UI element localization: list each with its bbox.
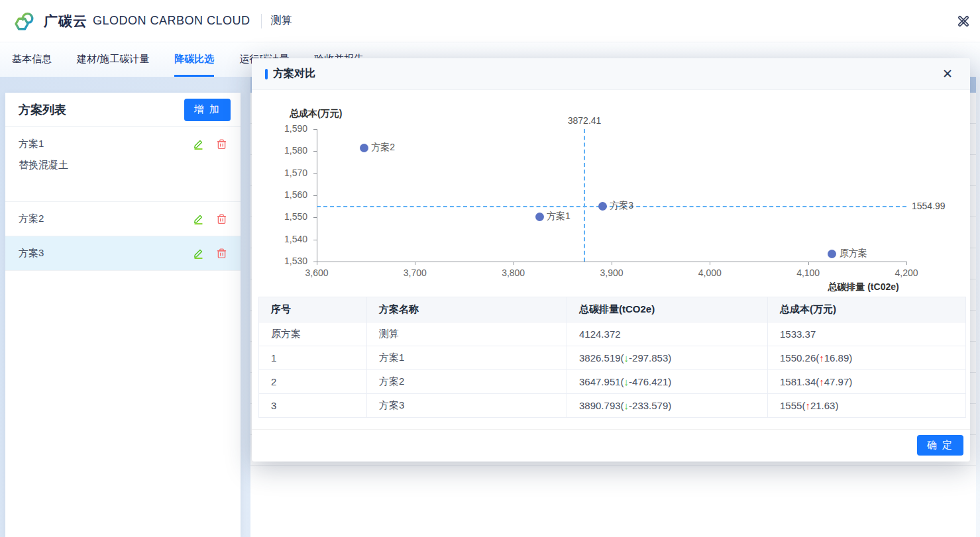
scatter-point-方案1[interactable] [535,213,544,221]
scheme-name: 方案1 [19,138,44,150]
add-scheme-button[interactable]: 增 加 [184,99,231,121]
tab-2[interactable]: 建材/施工碳计量 [77,42,149,77]
cell-name: 方案3 [367,394,567,418]
up-arrow-icon: ↑ [805,400,810,411]
scheme-list-item-1[interactable]: 方案1替换混凝土 [5,127,241,202]
confirm-button[interactable]: 确 定 [917,435,963,456]
page: 广碳云 GLODON CARBON CLOUD 测算 基本信息建材/施工碳计量降… [0,0,980,537]
title-accent-bar [265,69,268,79]
scatter-point-方案2[interactable] [360,144,368,152]
edit-pencil-icon[interactable] [193,138,204,150]
table-row: 2方案23647.951(↓-476.421)1581.34(↑47.97) [259,370,966,394]
scheme-row: 方案2 [19,213,227,225]
x-tick-label: 3,800 [494,268,533,278]
scheme-list-header: 方案列表 增 加 [5,93,241,127]
cell-carbon: 3826.519(↓-297.853) [567,346,768,370]
module-name: 测算 [271,14,292,28]
cell-seq: 2 [259,370,367,394]
y-axis-tick [313,217,317,218]
x-axis-tick [906,262,907,265]
cell-name: 方案1 [367,346,567,370]
edit-pencil-icon[interactable] [193,248,204,259]
down-arrow-icon: ↓ [624,400,629,411]
table-row: 1方案13826.519(↓-297.853)1550.26(↑16.89) [259,346,966,370]
table-row: 原方案测算4124.3721533.37 [259,322,966,346]
y-tick-label: 1,540 [273,234,307,244]
table-header-cell: 序号 [259,297,367,322]
y-axis-tick [313,195,317,196]
x-axis-tick [612,262,612,265]
scheme-items: 方案1替换混凝土方案2方案3 [5,127,241,271]
cell-cost: 1555(↑21.63) [768,394,966,418]
scheme-name: 方案3 [19,247,44,260]
scatter-point-方案3[interactable] [598,202,607,211]
down-arrow-icon: ↓ [624,376,629,387]
scheme-name: 方案2 [19,213,44,225]
table-header-row: 序号方案名称总碳排量(tCO2e)总成本(万元) [259,297,966,322]
scheme-item-actions [193,138,227,150]
brand-name-cn: 广碳云 [44,12,87,30]
scheme-list-title: 方案列表 [19,102,66,118]
cell-carbon: 3647.951(↓-476.421) [567,370,768,394]
edit-pencil-icon[interactable] [193,213,204,224]
tab-1[interactable]: 基本信息 [12,42,52,77]
pencil-ruler-icon[interactable] [956,14,971,28]
x-tick-label: 3,700 [395,268,435,278]
cell-name: 测算 [367,322,567,346]
cell-cost: 1581.34(↑47.97) [768,370,966,394]
y-axis-line [317,129,317,262]
brand-name-en: GLODON CARBON CLOUD [93,14,250,28]
delete-trash-icon[interactable] [216,138,227,150]
scheme-row: 方案1 [19,138,227,150]
scatter-point-label: 方案3 [610,200,633,212]
table-row: 3方案33890.793(↓-233.579)1555(↑21.63) [259,394,966,418]
y-axis-tick [313,129,317,130]
scheme-list-item-2[interactable]: 方案2 [5,202,241,236]
y-axis-title: 总成本(万元) [290,108,342,120]
table-header-cell: 方案名称 [367,297,567,322]
up-arrow-icon: ↑ [819,376,824,387]
modal-footer: 确 定 [252,429,970,462]
cell-name: 方案2 [367,370,567,394]
x-tick-label: 4,000 [690,268,730,278]
scheme-list-panel: 方案列表 增 加 方案1替换混凝土方案2方案3 [5,93,241,537]
scatter-point-label: 方案2 [371,142,395,154]
tab-3[interactable]: 降碳比选 [174,42,214,77]
y-tick-label: 1,590 [273,123,307,134]
x-axis-title: 总碳排量 (tC02e) [810,281,916,293]
delete-trash-icon[interactable] [216,213,227,224]
modal-header: 方案对比 ✕ [252,58,970,90]
cell-seq: 1 [259,346,367,370]
x-axis-tick [514,262,514,265]
avg-y-label: 1554.99 [912,201,946,211]
delete-trash-icon[interactable] [216,248,227,259]
cell-seq: 原方案 [259,322,367,346]
y-tick-label: 1,550 [273,211,307,222]
scatter-point-原方案[interactable] [828,250,836,258]
scatter-point-label: 方案1 [547,211,571,222]
scheme-list-item-3[interactable]: 方案3 [5,236,241,271]
x-tick-label: 3,600 [297,268,337,278]
avg-x-dashed-line [584,129,585,262]
table-header-cell: 总碳排量(tCO2e) [567,297,768,322]
cell-cost: 1550.26(↑16.89) [768,346,966,370]
close-icon[interactable]: ✕ [938,68,957,80]
y-axis-tick [313,173,317,174]
up-arrow-icon: ↑ [819,352,824,364]
x-tick-label: 4,200 [887,268,926,278]
scheme-item-actions [193,248,227,259]
scheme-description: 替换混凝土 [19,159,227,171]
y-tick-label: 1,580 [273,145,307,156]
comparison-table: 序号方案名称总碳排量(tCO2e)总成本(万元) 原方案测算4124.37215… [258,297,966,418]
y-tick-label: 1,570 [273,168,307,178]
x-axis-tick [317,262,317,265]
scheme-compare-modal: 方案对比 ✕ 1,5301,5401,5501,5601,5701,5801,5… [252,58,970,462]
scheme-row: 方案3 [19,247,227,260]
cell-seq: 3 [259,394,367,418]
y-axis-tick [313,240,317,240]
x-tick-label: 4,100 [789,268,828,278]
x-tick-label: 3,900 [592,268,631,278]
y-tick-label: 1,530 [273,256,307,266]
x-axis-tick [415,262,415,265]
y-axis-tick [313,151,317,152]
